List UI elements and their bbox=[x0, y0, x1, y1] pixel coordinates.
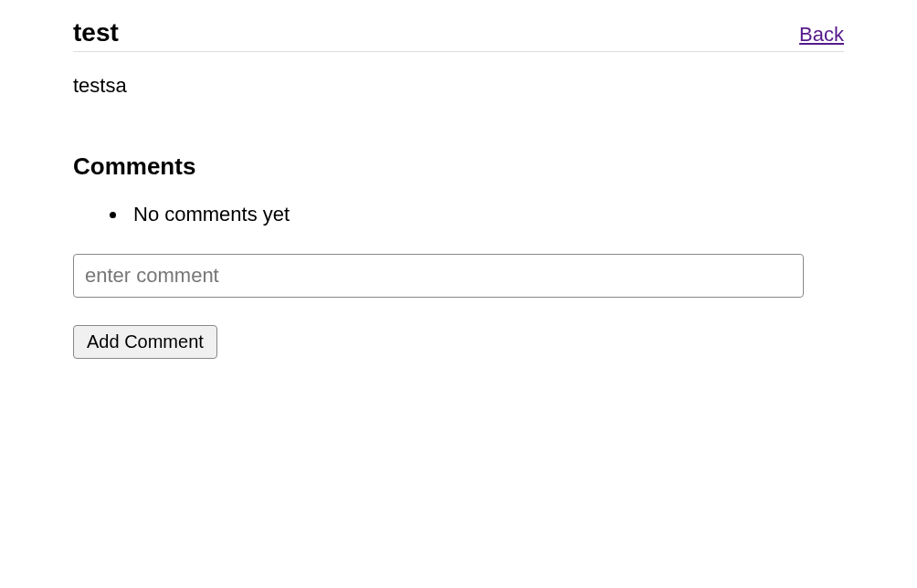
comment-input[interactable] bbox=[73, 254, 804, 298]
header-row: test Back bbox=[73, 18, 844, 52]
body-text: testsa bbox=[73, 74, 844, 98]
back-link[interactable]: Back bbox=[799, 23, 844, 47]
list-item: No comments yet bbox=[128, 203, 844, 226]
comments-list: No comments yet bbox=[73, 203, 844, 226]
page-title: test bbox=[73, 18, 119, 47]
add-comment-button[interactable]: Add Comment bbox=[73, 325, 217, 359]
comments-heading: Comments bbox=[73, 152, 844, 181]
